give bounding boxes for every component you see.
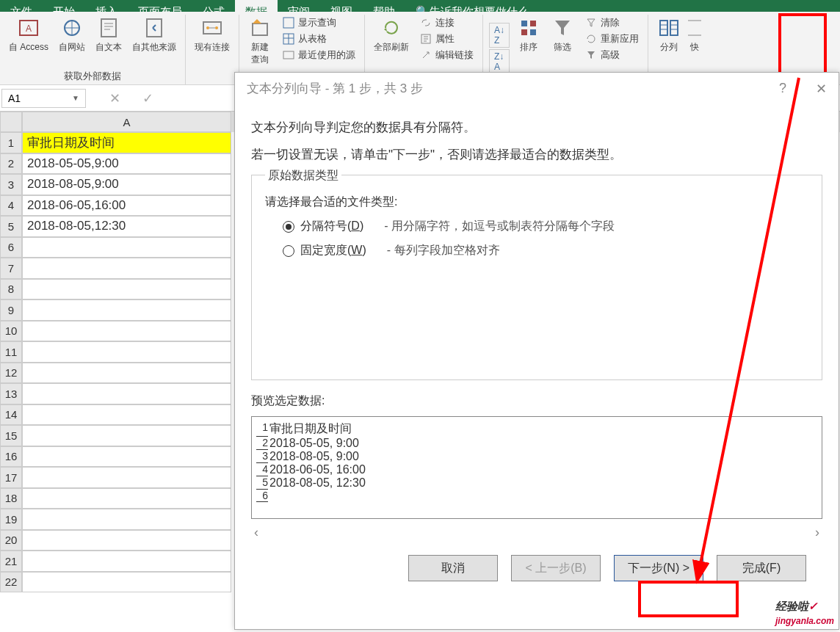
cell[interactable]: 2018-08-05,12:30	[22, 216, 231, 237]
btn-from-access[interactable]: A 自 Access	[6, 15, 51, 68]
row-header[interactable]: 3	[0, 174, 22, 195]
help-icon[interactable]: ?	[779, 81, 786, 97]
row-header[interactable]: 7	[0, 258, 22, 279]
namebox-dropdown-icon[interactable]: ▼	[72, 94, 79, 102]
cell[interactable]: 2018-05-05,9:00	[22, 153, 231, 175]
radio-delimited[interactable]: 分隔符号(D)	[283, 219, 363, 234]
cell-a1[interactable]: 审批日期及时间	[22, 132, 231, 153]
quick-icon	[688, 16, 701, 40]
row-header[interactable]: 15	[0, 425, 22, 446]
btn-show-queries[interactable]: 显示查询	[282, 16, 355, 29]
finish-button[interactable]: 完成(F)	[717, 555, 806, 581]
cell[interactable]	[22, 279, 231, 300]
tab-view[interactable]: 视图	[320, 0, 363, 12]
btn-from-text[interactable]: 自文本	[93, 15, 125, 68]
row-header[interactable]: 10	[0, 321, 22, 342]
ribbon-group-external-data: A 自 Access 自网站 自文本 自其他来源 获取外部数据	[0, 15, 186, 84]
cell[interactable]	[22, 299, 231, 321]
tab-file[interactable]: 文件	[0, 0, 43, 12]
cell[interactable]	[22, 383, 231, 404]
cell[interactable]	[22, 488, 231, 509]
btn-reapply[interactable]: 重新应用	[584, 32, 639, 46]
cell[interactable]: 2018-06-05,16:00	[22, 195, 231, 217]
row-header[interactable]: 2	[0, 153, 22, 175]
btn-clear-filter[interactable]: 清除	[584, 16, 639, 29]
row-header[interactable]: 20	[0, 530, 22, 551]
btn-connections[interactable]: 连接	[419, 16, 474, 29]
btn-from-web[interactable]: 自网站	[56, 15, 88, 68]
svg-rect-16	[530, 29, 536, 35]
col-header-a[interactable]: A	[22, 112, 231, 132]
row-header[interactable]: 16	[0, 446, 22, 468]
preview-scroll[interactable]: ‹›	[251, 519, 822, 540]
cell[interactable]: 2018-08-05,9:00	[22, 174, 231, 195]
name-box[interactable]: A1▼	[1, 89, 86, 108]
cell[interactable]	[22, 509, 231, 530]
dialog-titlebar[interactable]: 文本分列向导 - 第 1 步，共 3 步 ? ✕	[235, 73, 839, 104]
cell[interactable]	[22, 467, 231, 488]
cell[interactable]	[22, 341, 231, 363]
select-all-corner[interactable]	[0, 112, 22, 132]
confirm-formula-icon[interactable]: ✓	[142, 90, 153, 106]
watermark: 经验啦✓ jingyanla.com	[775, 600, 834, 626]
row-header[interactable]: 4	[0, 195, 22, 217]
btn-edit-links[interactable]: 编辑链接	[419, 48, 474, 62]
row-header[interactable]: 22	[0, 572, 22, 593]
cell[interactable]	[22, 363, 231, 384]
cell[interactable]	[22, 404, 231, 426]
row-header[interactable]: 6	[0, 237, 22, 258]
cell[interactable]	[22, 321, 231, 342]
row-header[interactable]: 13	[0, 383, 22, 404]
show-query-icon	[282, 16, 295, 29]
btn-sort-za[interactable]: Z↓A	[489, 49, 510, 74]
advanced-icon	[584, 48, 598, 62]
row-header[interactable]: 17	[0, 467, 22, 488]
cell[interactable]	[22, 258, 231, 279]
row-header[interactable]: 14	[0, 404, 22, 426]
cell[interactable]	[22, 446, 231, 468]
preview-box[interactable]: 1审批日期及时间 22018-05-05, 9:00 32018-08-05, …	[251, 416, 822, 519]
tab-formula[interactable]: 公式	[192, 0, 235, 12]
reapply-icon	[584, 32, 598, 46]
btn-from-other[interactable]: 自其他来源	[129, 15, 179, 68]
cancel-button[interactable]: 取消	[408, 555, 498, 581]
access-icon: A	[17, 16, 40, 40]
tab-data[interactable]: 数据	[235, 0, 278, 12]
row-header[interactable]: 9	[0, 299, 22, 321]
svg-point-7	[215, 26, 218, 29]
search-hint[interactable]: 🔍 告诉我你想要做什么	[405, 0, 539, 12]
row-header[interactable]: 21	[0, 551, 22, 572]
row-header[interactable]: 1	[0, 132, 22, 153]
tab-insert[interactable]: 插入	[85, 0, 128, 12]
row-header[interactable]: 18	[0, 488, 22, 509]
row-header[interactable]: 5	[0, 216, 22, 237]
tab-layout[interactable]: 页面布局	[128, 0, 192, 12]
svg-rect-11	[283, 51, 294, 59]
svg-rect-4	[147, 19, 162, 37]
tab-review[interactable]: 审阅	[278, 0, 320, 12]
btn-properties[interactable]: 属性	[419, 32, 474, 46]
cell[interactable]	[22, 425, 231, 446]
svg-rect-3	[101, 19, 116, 37]
cell[interactable]	[22, 572, 231, 593]
cell[interactable]	[22, 551, 231, 572]
tab-home[interactable]: 开始	[43, 0, 85, 12]
edit-links-icon	[419, 48, 432, 62]
btn-sort-az[interactable]: A↓Z	[489, 23, 510, 48]
btn-advanced-filter[interactable]: 高级	[584, 48, 639, 62]
radio-fixed-width[interactable]: 固定宽度(W)	[283, 243, 366, 258]
row-header[interactable]: 8	[0, 279, 22, 300]
cell[interactable]	[22, 237, 231, 258]
row-header[interactable]: 12	[0, 363, 22, 384]
cancel-formula-icon[interactable]: ✕	[109, 90, 120, 106]
row-header[interactable]: 11	[0, 341, 22, 363]
btn-recent-sources[interactable]: 最近使用的源	[282, 48, 355, 62]
next-button[interactable]: 下一步(N) >	[614, 555, 703, 581]
btn-existing-connections[interactable]: 现有连接	[192, 15, 233, 81]
close-icon[interactable]: ✕	[816, 81, 827, 97]
btn-from-table[interactable]: 从表格	[282, 32, 355, 46]
menu-tabs: 文件 开始 插入 页面布局 公式 数据 审阅 视图 帮助 🔍 告诉我你想要做什么	[0, 0, 840, 12]
cell[interactable]	[22, 530, 231, 551]
tab-help[interactable]: 帮助	[363, 0, 405, 12]
row-header[interactable]: 19	[0, 509, 22, 530]
